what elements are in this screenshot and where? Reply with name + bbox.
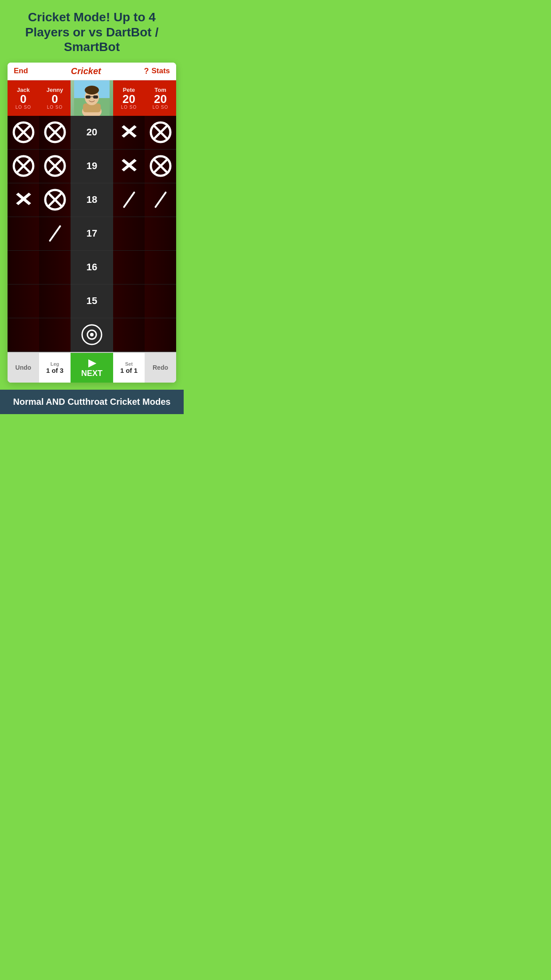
top-bar-right: ? Stats	[144, 67, 170, 76]
mark-pete-bull[interactable]	[113, 318, 145, 352]
footer-text: Normal AND Cutthroat Cricket Modes	[0, 390, 184, 414]
redo-button[interactable]: Redo	[145, 353, 176, 383]
mark-jack-17[interactable]	[8, 217, 39, 251]
undo-button[interactable]: Undo	[8, 353, 39, 383]
mark-jack-20[interactable]	[8, 116, 39, 150]
slash-icon	[48, 225, 61, 242]
mark-tom-bull[interactable]	[145, 318, 176, 352]
game-container: End Cricket ? Stats Jack 0 LO SO Jenny 0…	[8, 63, 176, 383]
mark-tom-15[interactable]	[145, 285, 176, 318]
player-jenny-score: 0	[51, 93, 58, 105]
mark-pete-18[interactable]	[113, 183, 145, 217]
app-header-title: Cricket Mode! Up to 4 Players or vs Dart…	[0, 0, 184, 63]
mark-tom-20[interactable]	[145, 116, 176, 150]
mark-jack-15[interactable]	[8, 285, 39, 318]
mark-jenny-bull[interactable]	[39, 318, 71, 352]
x-icon: ✕	[119, 122, 138, 142]
mark-pete-15[interactable]	[113, 285, 145, 318]
mark-pete-20[interactable]: ✕	[113, 116, 145, 150]
score-grid: 20 ✕ 19 ✕ ✕ 18	[8, 116, 176, 352]
mark-jenny-20[interactable]	[39, 116, 71, 150]
help-button[interactable]: ?	[144, 67, 149, 76]
number-20: 20	[71, 116, 113, 150]
mark-jack-16[interactable]	[8, 251, 39, 285]
next-arrow-icon: ▶	[88, 357, 96, 369]
player-jack-score: 0	[20, 93, 26, 105]
number-19: 19	[71, 150, 113, 183]
svg-rect-6	[86, 95, 91, 99]
player-pete-lo-so: LO SO	[121, 105, 137, 110]
set-info: Set 1 of 1	[113, 353, 145, 383]
player-jack-lo-so: LO SO	[16, 105, 31, 110]
mark-jenny-18[interactable]	[39, 183, 71, 217]
player-tom: Tom 20 LO SO	[145, 80, 176, 116]
game-mode-title: Cricket	[71, 66, 101, 76]
svg-point-32	[90, 333, 94, 336]
slash-icon	[154, 191, 167, 208]
players-header: Jack 0 LO SO Jenny 0 LO SO	[8, 80, 176, 116]
mark-tom-18[interactable]	[145, 183, 176, 217]
x-icon: ✕	[13, 190, 33, 209]
number-17: 17	[71, 217, 113, 251]
mark-jack-18[interactable]: ✕	[8, 183, 39, 217]
mark-tom-17[interactable]	[145, 217, 176, 251]
mark-jenny-19[interactable]	[39, 150, 71, 183]
player-jenny: Jenny 0 LO SO	[39, 80, 71, 116]
stats-button[interactable]: Stats	[151, 67, 170, 75]
player-tom-lo-so: LO SO	[153, 105, 169, 110]
player-jenny-name: Jenny	[47, 87, 63, 93]
svg-rect-7	[93, 95, 98, 99]
player-tom-score: 20	[154, 93, 167, 105]
player-pete: Pete 20 LO SO	[113, 80, 145, 116]
mark-jenny-16[interactable]	[39, 251, 71, 285]
mark-pete-19[interactable]: ✕	[113, 150, 145, 183]
bullseye-icon	[81, 324, 102, 345]
top-bar: End Cricket ? Stats	[8, 63, 176, 80]
x-icon: ✕	[119, 156, 138, 176]
mark-tom-19[interactable]	[145, 150, 176, 183]
end-button[interactable]: End	[14, 67, 28, 75]
number-18: 18	[71, 183, 113, 217]
player-pete-name: Pete	[123, 87, 135, 93]
player-photo-cell	[71, 80, 113, 116]
mark-pete-17[interactable]	[113, 217, 145, 251]
svg-point-5	[85, 86, 99, 95]
number-16: 16	[71, 251, 113, 285]
player-pete-score: 20	[122, 93, 135, 105]
player-jenny-lo-so: LO SO	[47, 105, 63, 110]
mark-jenny-15[interactable]	[39, 285, 71, 318]
number-15: 15	[71, 285, 113, 318]
mark-pete-16[interactable]	[113, 251, 145, 285]
player-tom-name: Tom	[154, 87, 166, 93]
next-button[interactable]: ▶ NEXT	[71, 353, 113, 383]
mark-jack-bull[interactable]	[8, 318, 39, 352]
bullseye-cell[interactable]	[71, 318, 113, 352]
slash-icon	[122, 191, 135, 208]
leg-info: Leg 1 of 3	[39, 353, 71, 383]
player-jack: Jack 0 LO SO	[8, 80, 39, 116]
mark-jack-19[interactable]	[8, 150, 39, 183]
player-photo	[71, 80, 113, 116]
bottom-controls: Undo Leg 1 of 3 ▶ NEXT Set 1 of 1 Redo	[8, 352, 176, 383]
mark-tom-16[interactable]	[145, 251, 176, 285]
mark-jenny-17[interactable]	[39, 217, 71, 251]
player-jack-name: Jack	[17, 87, 30, 93]
